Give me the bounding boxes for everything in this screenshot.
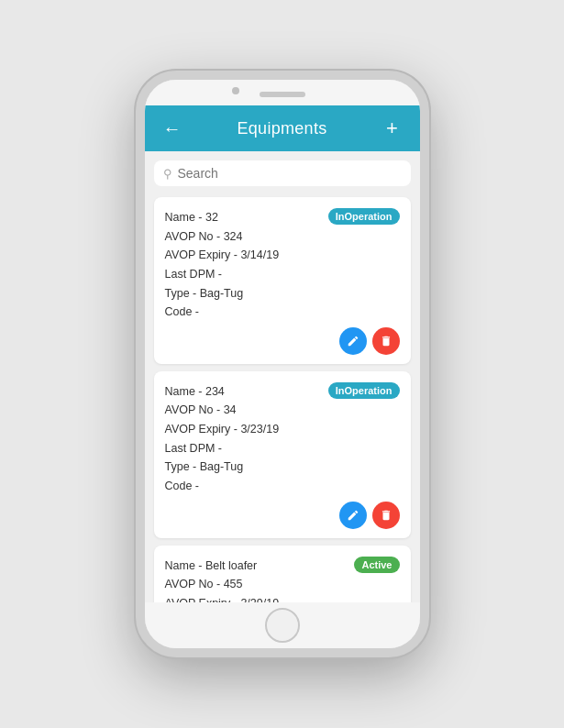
delete-button-1[interactable] <box>372 327 400 355</box>
equipment-avop-expiry-2: AVOP Expiry - 3/23/19 <box>165 420 328 439</box>
card-top-row-2: Name - 234 AVOP No - 34 AVOP Expiry - 3/… <box>165 382 400 496</box>
phone-speaker <box>260 92 305 97</box>
equipment-name-1: Name - 32 <box>165 208 328 227</box>
phone-top-bar <box>145 80 420 105</box>
equipment-name-2: Name - 234 <box>165 382 328 402</box>
delete-button-2[interactable] <box>372 502 400 529</box>
phone-frame: ← Equipments + ⚲ Name - 32 AVOP No - 324… <box>136 71 429 657</box>
equipment-name-3: Name - Belt loafer <box>165 557 355 576</box>
equipment-avop-no-2: AVOP No - 34 <box>165 401 328 420</box>
equipment-last-dpm-2: Last DPM - <box>165 439 328 458</box>
card-actions-1 <box>165 327 400 355</box>
card-top-row-3: Name - Belt loafer AVOP No - 455 AVOP Ex… <box>165 557 400 603</box>
phone-bottom-bar <box>145 602 420 648</box>
equipment-avop-no-1: AVOP No - 324 <box>165 227 328 247</box>
edit-icon-1 <box>347 335 359 347</box>
edit-icon-2 <box>347 509 359 522</box>
equipment-code-1: Code - <box>165 303 328 322</box>
phone-screen: ← Equipments + ⚲ Name - 32 AVOP No - 324… <box>145 105 420 602</box>
equipment-card: Name - 32 AVOP No - 324 AVOP Expiry - 3/… <box>154 197 411 364</box>
back-button[interactable]: ← <box>160 118 185 139</box>
status-badge-3: Active <box>354 557 399 573</box>
equipment-avop-expiry-3: AVOP Expiry - 3/29/19 <box>165 594 355 602</box>
search-input[interactable] <box>178 166 402 181</box>
status-badge-1: InOperation <box>328 208 400 225</box>
home-button[interactable] <box>265 608 300 643</box>
card-actions-2 <box>165 502 400 529</box>
card-info-3: Name - Belt loafer AVOP No - 455 AVOP Ex… <box>165 557 355 603</box>
equipment-type-1: Type - Bag-Tug <box>165 284 328 303</box>
search-icon: ⚲ <box>163 167 172 181</box>
equipment-last-dpm-1: Last DPM - <box>165 265 328 284</box>
equipment-card-3: Name - Belt loafer AVOP No - 455 AVOP Ex… <box>154 546 411 603</box>
equipment-list: Name - 32 AVOP No - 324 AVOP Expiry - 3/… <box>145 193 420 602</box>
card-info-2: Name - 234 AVOP No - 34 AVOP Expiry - 3/… <box>165 382 328 496</box>
card-info-1: Name - 32 AVOP No - 324 AVOP Expiry - 3/… <box>165 208 328 322</box>
phone-camera <box>232 87 239 94</box>
equipment-card-2: Name - 234 AVOP No - 34 AVOP Expiry - 3/… <box>154 371 411 538</box>
equipment-type-2: Type - Bag-Tug <box>165 458 328 477</box>
equipment-avop-expiry-1: AVOP Expiry - 3/14/19 <box>165 246 328 265</box>
search-bar-container: ⚲ <box>154 160 411 186</box>
add-equipment-button[interactable]: + <box>380 116 405 140</box>
equipment-code-2: Code - <box>165 477 328 496</box>
status-badge-2: InOperation <box>328 382 400 399</box>
edit-button-2[interactable] <box>339 502 367 529</box>
card-top-row-1: Name - 32 AVOP No - 324 AVOP Expiry - 3/… <box>165 208 400 322</box>
delete-icon-2 <box>380 509 393 522</box>
edit-button-1[interactable] <box>339 327 367 355</box>
app-header: ← Equipments + <box>145 105 420 151</box>
equipment-avop-no-3: AVOP No - 455 <box>165 575 355 594</box>
page-title: Equipments <box>237 119 326 138</box>
delete-icon-1 <box>380 335 393 347</box>
